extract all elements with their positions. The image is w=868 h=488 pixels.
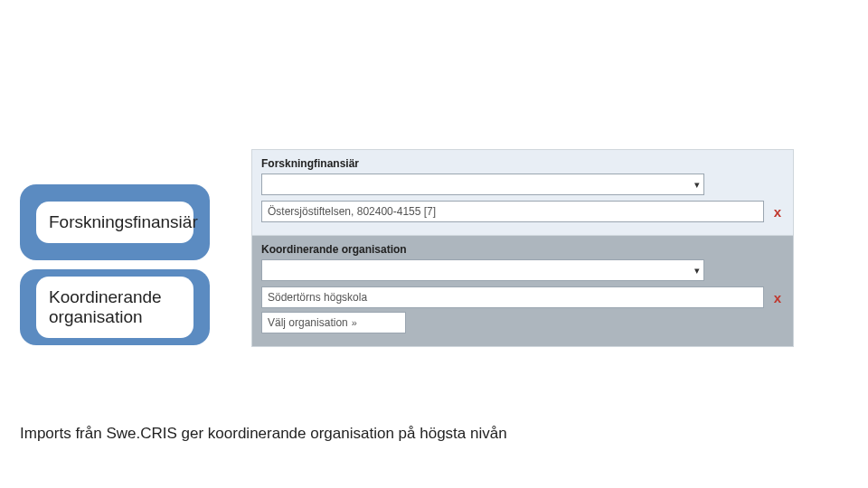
- footer-note: Imports från Swe.CRIS ger koordinerande …: [20, 425, 507, 443]
- callout-funder: Forskningsfinansiär: [20, 184, 210, 260]
- callout-coord: Koordinerande organisation: [20, 269, 210, 345]
- coord-entry-row: Södertörns högskola x: [261, 286, 784, 308]
- coord-select[interactable]: ▾: [261, 259, 704, 281]
- arrow-right-icon: »: [352, 317, 357, 328]
- form-area: Forskningfinansiär ▾ Östersjöstiftelsen,…: [251, 149, 794, 347]
- chevron-down-icon: ▾: [694, 179, 700, 191]
- coord-picker-row: Välj organisation »: [261, 312, 784, 333]
- coord-entry-text: Södertörns högskola: [268, 291, 367, 304]
- org-picker-label: Välj organisation: [268, 316, 348, 329]
- funder-panel-label: Forskningfinansiär: [261, 157, 784, 170]
- coord-panel-label: Koordinerande organisation: [261, 243, 784, 256]
- callout-coord-label: Koordinerande organisation: [36, 277, 193, 338]
- chevron-down-icon: ▾: [694, 265, 700, 277]
- funder-delete-button[interactable]: x: [771, 204, 784, 220]
- funder-panel: Forskningfinansiär ▾ Östersjöstiftelsen,…: [252, 150, 793, 236]
- funder-select[interactable]: ▾: [261, 174, 704, 195]
- org-picker-button[interactable]: Välj organisation »: [261, 312, 406, 333]
- coord-delete-button[interactable]: x: [771, 290, 784, 305]
- funder-entry-text: Östersjöstiftelsen, 802400-4155 [7]: [268, 205, 436, 218]
- coord-panel: Koordinerande organisation ▾ Södertörns …: [252, 236, 793, 346]
- funder-entry[interactable]: Östersjöstiftelsen, 802400-4155 [7]: [261, 201, 764, 222]
- funder-entry-row: Östersjöstiftelsen, 802400-4155 [7] x: [261, 201, 784, 222]
- coord-entry[interactable]: Södertörns högskola: [261, 286, 764, 308]
- callout-funder-label: Forskningsfinansiär: [36, 202, 193, 243]
